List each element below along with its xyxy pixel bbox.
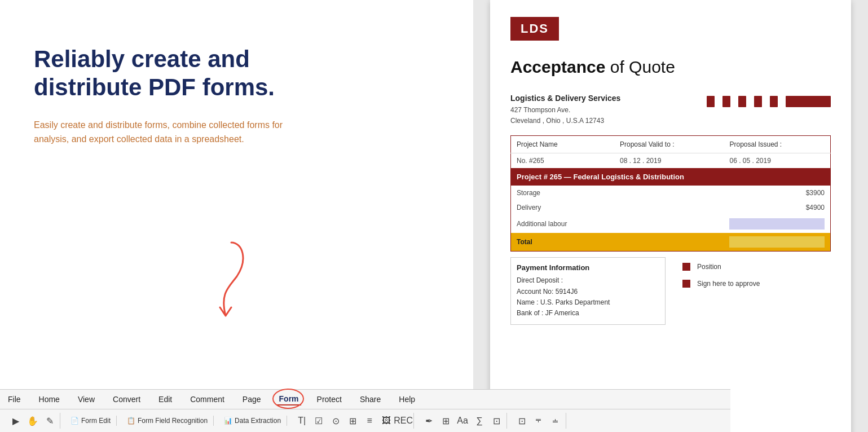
- name-info: Name : U.S. Parks Department: [517, 297, 659, 308]
- company-name: Logistics & Delivery Services: [510, 94, 620, 103]
- export-icon[interactable]: ⊡: [514, 413, 530, 429]
- arrow-annotation: [192, 237, 259, 327]
- radio-icon[interactable]: ⊙: [328, 413, 343, 429]
- form-edit-group: 📄 Form Edit: [65, 416, 117, 426]
- total-row: Total: [511, 233, 831, 252]
- storage-label: Storage: [511, 186, 614, 200]
- menu-share[interactable]: Share: [358, 394, 383, 405]
- storage-amount: $3900: [724, 186, 830, 200]
- align-left-icon[interactable]: ⫧: [531, 413, 547, 429]
- labour-input-highlight: [729, 218, 825, 230]
- delivery-amount: $4900: [724, 200, 830, 215]
- menu-home[interactable]: Home: [37, 394, 62, 405]
- title-rest: of Quote: [610, 58, 675, 76]
- toolbar-container: File Home View Convert Edit Comment Page…: [0, 389, 730, 432]
- company-info: Logistics & Delivery Services 427 Thomps…: [510, 94, 620, 126]
- sub-text: Easily create and distribute forms, comb…: [34, 118, 293, 147]
- menu-form[interactable]: Form: [277, 393, 301, 405]
- project-title: Project # 265 — Federal Logistics & Dist…: [511, 168, 831, 186]
- company-address-1: 427 Thompson Ave.: [510, 105, 620, 116]
- table-header-row: Project Name Proposal Valid to : Proposa…: [511, 136, 831, 153]
- issued-date: 06 . 05 . 2019: [724, 153, 830, 169]
- form-edit-button[interactable]: 📄 Form Edit: [67, 416, 114, 426]
- hand-tool[interactable]: ✋: [25, 413, 41, 429]
- labour-row: Additional labour: [511, 215, 831, 233]
- sign-label: Sign here to approve: [697, 280, 760, 288]
- company-address-2: Cleveland , Ohio , U.S.A 12743: [510, 116, 620, 126]
- field-bar-4: [754, 96, 762, 107]
- form-field-recognition-group: 📋 Form Field Recognition: [121, 416, 214, 426]
- right-panel: LDS Acceptance of Quote Logistics & Deli…: [473, 0, 868, 432]
- checkbox-icon[interactable]: ☑: [311, 413, 327, 429]
- menu-protect[interactable]: Protect: [315, 394, 344, 405]
- edit-tool[interactable]: ✎: [42, 413, 58, 429]
- menu-page[interactable]: Page: [240, 394, 263, 405]
- selection-tool-group: ▶ ✋ ✎: [6, 413, 60, 429]
- formula-icon[interactable]: ∑: [472, 413, 487, 429]
- total-field[interactable]: [724, 233, 830, 252]
- text-field-2-icon[interactable]: Aa: [455, 413, 470, 429]
- data-extraction-group: 📊 Data Extraction: [218, 416, 287, 426]
- sign-area: Position Sign here to approve: [677, 257, 831, 325]
- project-number: No. #265: [511, 153, 614, 169]
- field-bars: [707, 96, 831, 107]
- payment-title: Payment Information: [517, 263, 659, 272]
- document-title: Acceptance of Quote: [510, 58, 831, 77]
- total-label: Total: [511, 233, 614, 252]
- sign-row: Sign here to approve: [682, 280, 825, 288]
- main-heading: Reliably create and distribute PDF forms…: [34, 45, 327, 102]
- position-label: Position: [697, 263, 721, 271]
- deposit-label: Direct Deposit :: [517, 275, 659, 286]
- data-extraction-icon: 📊: [224, 417, 232, 425]
- button-icon[interactable]: REC: [395, 413, 411, 429]
- bank-info: Bank of : JF America: [517, 308, 659, 319]
- field-bar-5: [770, 96, 778, 107]
- text-field-icon[interactable]: T|: [294, 413, 310, 429]
- field-bar-2: [722, 96, 730, 107]
- combo-icon[interactable]: ⊞: [345, 413, 360, 429]
- field-icon[interactable]: ⊡: [488, 413, 504, 429]
- menu-bar: File Home View Convert Edit Comment Page…: [0, 390, 730, 409]
- col-project-name: Project Name: [511, 136, 614, 153]
- delivery-row: Delivery $4900: [511, 200, 831, 215]
- col-issued: Proposal Issued :: [724, 136, 830, 153]
- menu-view[interactable]: View: [76, 394, 97, 405]
- sign-icon[interactable]: ✒: [421, 413, 437, 429]
- list-icon[interactable]: ≡: [362, 413, 377, 429]
- menu-help[interactable]: Help: [396, 394, 417, 405]
- data-extraction-button[interactable]: 📊 Data Extraction: [221, 416, 284, 426]
- position-red-square: [682, 263, 690, 271]
- form-edit-icon: 📄: [71, 417, 79, 425]
- left-panel: Reliably create and distribute PDF forms…: [0, 0, 474, 432]
- form-field-recognition-icon: 📋: [127, 417, 135, 425]
- labour-field[interactable]: [724, 215, 830, 233]
- valid-date: 08 . 12 . 2019: [614, 153, 724, 169]
- field-bar-3: [738, 96, 746, 107]
- more-tools-group: ✒ ⊞ Aa ∑ ⊡: [418, 413, 507, 429]
- company-header-row: Logistics & Delivery Services 427 Thomps…: [510, 94, 831, 126]
- payment-box: Payment Information Direct Deposit : Acc…: [510, 257, 666, 325]
- title-bold: Acceptance: [510, 58, 605, 76]
- form-field-recognition-button[interactable]: 📋 Form Field Recognition: [124, 416, 211, 426]
- project-header-row: Project # 265 — Federal Logistics & Dist…: [511, 168, 831, 186]
- lower-section: Payment Information Direct Deposit : Acc…: [510, 257, 831, 325]
- total-input-highlight: [729, 236, 825, 248]
- align-right-icon[interactable]: ⫨: [548, 413, 563, 429]
- document-page: LDS Acceptance of Quote Logistics & Deli…: [490, 0, 851, 432]
- menu-file[interactable]: File: [6, 394, 23, 405]
- menu-comment[interactable]: Comment: [188, 394, 227, 405]
- account-info: Account No: 5914J6: [517, 286, 659, 297]
- cursor-tool[interactable]: ▶: [8, 413, 24, 429]
- table-icon[interactable]: ⊞: [438, 413, 453, 429]
- storage-row: Storage $3900: [511, 186, 831, 200]
- delivery-label: Delivery: [511, 200, 614, 215]
- field-bar-1: [707, 96, 715, 107]
- menu-convert[interactable]: Convert: [111, 394, 143, 405]
- lds-logo: LDS: [510, 17, 559, 41]
- position-row: Position: [682, 263, 825, 271]
- field-bar-wide: [786, 96, 831, 107]
- image-icon[interactable]: 🖼: [378, 413, 394, 429]
- menu-edit[interactable]: Edit: [156, 394, 174, 405]
- quote-table: Project Name Proposal Valid to : Proposa…: [510, 135, 831, 252]
- align-tools-group: ⊡ ⫧ ⫨: [512, 413, 566, 429]
